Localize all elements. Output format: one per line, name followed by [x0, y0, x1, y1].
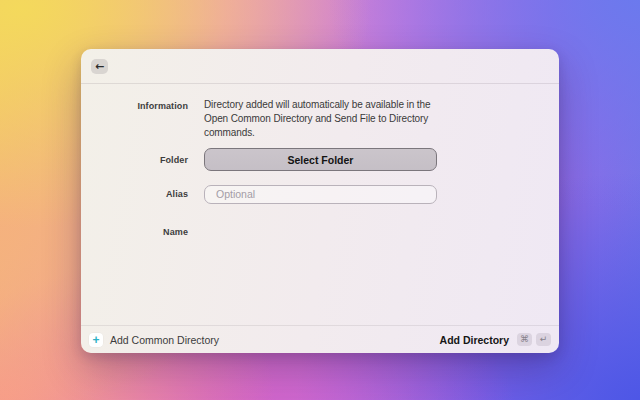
- select-folder-button[interactable]: Select Folder: [204, 148, 437, 171]
- titlebar: ←: [81, 49, 559, 84]
- information-text: Directory added will automatically be av…: [204, 98, 444, 140]
- back-button[interactable]: ←: [91, 59, 108, 74]
- back-arrow-icon: ←: [95, 61, 104, 72]
- add-directory-button[interactable]: Add Directory ⌘ ↵: [440, 333, 551, 346]
- plus-icon: +: [89, 333, 103, 347]
- folder-label: Folder: [81, 154, 188, 166]
- command-key-icon: ⌘: [517, 333, 532, 346]
- footer-bar: + Add Common Directory Add Directory ⌘ ↵: [81, 325, 559, 353]
- name-row: Name: [81, 226, 559, 238]
- add-directory-label: Add Directory: [440, 334, 509, 346]
- alias-row: Alias: [81, 184, 559, 204]
- add-directory-window: ← Information Directory added will autom…: [81, 49, 559, 353]
- information-row: Information Directory added will automat…: [81, 99, 559, 140]
- return-key-icon: ↵: [536, 333, 551, 346]
- information-label: Information: [81, 99, 188, 112]
- form-content: Information Directory added will automat…: [81, 84, 559, 325]
- alias-input[interactable]: [204, 185, 437, 204]
- add-common-directory-label: Add Common Directory: [110, 334, 219, 346]
- name-label: Name: [81, 226, 188, 238]
- folder-row: Folder Select Folder: [81, 148, 559, 171]
- alias-label: Alias: [81, 188, 188, 200]
- add-common-directory-button[interactable]: + Add Common Directory: [89, 333, 219, 347]
